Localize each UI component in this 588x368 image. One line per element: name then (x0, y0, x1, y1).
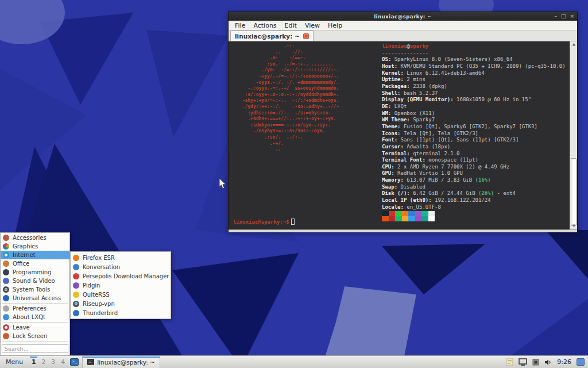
palette-color (428, 211, 435, 216)
info-line-shell: Shell: bash 5.2.37 (382, 90, 566, 97)
programming-icon (3, 269, 9, 275)
palette-color (408, 216, 415, 221)
info-header: linuxiac@sparky (382, 43, 566, 50)
terminal-color-palette (382, 211, 435, 221)
palette-color (395, 216, 402, 221)
info-line-swap: Swap: Disabled (382, 184, 566, 191)
system-tray: 9:26 (506, 358, 588, 366)
menu-edit[interactable]: Edit (281, 22, 301, 29)
mouse-cursor (219, 178, 227, 190)
menu-item-accessories[interactable]: Accessories (1, 233, 69, 242)
info-host: sparky (410, 43, 429, 49)
close-button[interactable]: × (570, 14, 574, 19)
terminal-tab-label: linuxiac@sparky: ~ (235, 33, 300, 40)
taskbar-task-label: linuxiac@sparky: ~ (97, 359, 155, 366)
info-line-cursor: Cursor: Adwaita (18px) (382, 144, 566, 151)
terminal-tab[interactable]: linuxiac@sparky: ~ × (230, 30, 314, 41)
info-line-local-ip-eth0: Local IP (eth0): 192.168.122.201/24 (382, 197, 566, 204)
clipboard-notes-icon[interactable] (506, 358, 513, 366)
menu-view[interactable]: View (301, 22, 324, 29)
menu-item-leave[interactable]: Leave (1, 323, 69, 332)
menu-item-office[interactable]: Office (1, 259, 69, 268)
info-separator: --------------- (382, 50, 566, 57)
preferences-icon (3, 305, 9, 312)
palette-color (389, 216, 396, 221)
submenu-item-konversation[interactable]: Konversation (71, 262, 171, 271)
universal-access-icon (3, 295, 9, 301)
palette-color (402, 216, 409, 221)
start-menu-items: AccessoriesGraphicsInternetOfficeProgram… (1, 233, 69, 342)
volume-icon[interactable] (544, 359, 552, 366)
taskbar-menu-button[interactable]: Menu (0, 358, 29, 366)
palette-row-top (382, 211, 435, 216)
scrollbar-down-icon[interactable]: ▼ (570, 223, 577, 229)
graphics-icon (3, 243, 9, 250)
info-user: linuxiac (382, 43, 407, 49)
menu-item-preferences[interactable]: Preferences (1, 304, 69, 313)
submenu-item-quiterss[interactable]: QuiteRSS (71, 290, 171, 299)
desktop: linuxiac@sparky: ~ – □ × FileActionsEdit… (0, 0, 588, 368)
show-desktop-button[interactable] (577, 358, 585, 366)
scrollbar-up-icon[interactable]: ▲ (570, 41, 577, 48)
terminal-window: linuxiac@sparky: ~ – □ × FileActionsEdit… (228, 12, 578, 232)
window-bottom-frame (229, 229, 577, 232)
palette-row-bottom (382, 216, 435, 221)
terminal-tabbar: linuxiac@sparky: ~ × (229, 30, 577, 41)
leave-icon (3, 324, 9, 331)
info-line-font: Font: Sans (11pt) [Qt], Sans (11pt) [GTK… (382, 137, 566, 144)
menu-item-lock-screen[interactable]: Lock Screen (1, 332, 69, 340)
menu-item-about-lxqt[interactable]: About LXQt (1, 313, 69, 321)
maximize-button[interactable]: □ (561, 14, 566, 19)
info-line-uptime: Uptime: 2 mins (382, 76, 566, 83)
menu-item-internet[interactable]: Internet (1, 251, 69, 259)
menu-help[interactable]: Help (324, 22, 346, 29)
workspace-4[interactable]: 4 (58, 356, 68, 368)
info-line-host: Host: KVM/QEMU Standard PC (Q35 + ICH9, … (382, 63, 566, 70)
submenu-item-riseup-vpn[interactable]: ⚙Riseup-vpn (71, 299, 171, 308)
system-tools-icon: ⚙ (3, 286, 9, 293)
palette-color (408, 211, 415, 216)
info-line-kernel: Kernel: Linux 6.12.41+deb13-amd64 (382, 70, 566, 77)
workspace-1[interactable]: 1 (29, 356, 38, 368)
workspace-3[interactable]: 3 (48, 356, 58, 368)
taskbar-task-button[interactable]: >_ linuxiac@sparky: ~ (82, 356, 160, 368)
menu-search-input[interactable] (2, 344, 68, 353)
window-titlebar[interactable]: linuxiac@sparky: ~ – □ × (229, 12, 577, 21)
workspace-2[interactable]: 2 (38, 356, 48, 368)
submenu-item-thunderbird[interactable]: Thunderbird (71, 308, 171, 317)
palette-color (382, 211, 389, 216)
window-title: linuxiac@sparky: ~ (229, 14, 577, 20)
network-icon[interactable] (532, 359, 539, 366)
palette-color (382, 216, 389, 221)
terminal-cursor (291, 218, 295, 225)
terminal-content[interactable]: .-:. .. -//- .o- -/==-. :so. .-/=-:+-. .… (229, 41, 577, 229)
info-line-os: OS: SparkyLinux 8.0 (Seven-Sisters) x86_… (382, 56, 566, 63)
terminal-task-icon: >_ (87, 359, 94, 365)
info-line-gpu: GPU: RedHat Virtio 1.0 GPU (382, 170, 566, 177)
info-line-packages: Packages: 2338 (dpkg) (382, 83, 566, 90)
scrollbar-thumb[interactable] (571, 158, 577, 226)
fastfetch-ascii-logo: .-:. .. -//- .o- -/==-. :so. .-/=-:+-. .… (237, 43, 339, 153)
menu-item-system-tools[interactable]: ⚙System Tools (1, 285, 69, 294)
menu-item-sound-video[interactable]: Sound & Video (1, 277, 69, 285)
menu-file[interactable]: File (231, 22, 249, 29)
submenu-item-persepolis-download-manager[interactable]: Persepolis Download Manager (71, 271, 171, 281)
menu-actions[interactable]: Actions (249, 22, 280, 29)
office-icon (3, 260, 9, 267)
menu-item-universal-access[interactable]: Universal Access (1, 294, 69, 302)
clock[interactable]: 9:26 (557, 358, 571, 366)
info-line-terminal-font: Terminal Font: monospace (11pt) (382, 157, 566, 164)
terminal-scrollbar[interactable]: ▲ ▼ (570, 41, 577, 229)
submenu-item-pidgin[interactable]: Pidgin (71, 281, 171, 290)
info-line-memory: Memory: 613.07 MiB / 3.83 GiB (16%) (382, 177, 566, 184)
display-settings-icon[interactable] (519, 358, 527, 366)
tab-close-icon[interactable]: × (303, 33, 309, 39)
submenu-item-firefox-esr[interactable]: Firefox ESR (71, 253, 171, 262)
info-line-terminal: Terminal: qterminal 2.1.0 (382, 151, 566, 158)
qterminal-launcher-icon[interactable]: >_ (70, 358, 79, 366)
palette-color (428, 216, 435, 221)
menu-item-programming[interactable]: Programming (1, 268, 69, 277)
menu-item-graphics[interactable]: Graphics (1, 242, 69, 251)
minimize-button[interactable]: – (554, 14, 557, 19)
info-line-display-qemu-monitor: Display (QEMU Monitor): 1680x1050 @ 60 H… (382, 97, 566, 103)
